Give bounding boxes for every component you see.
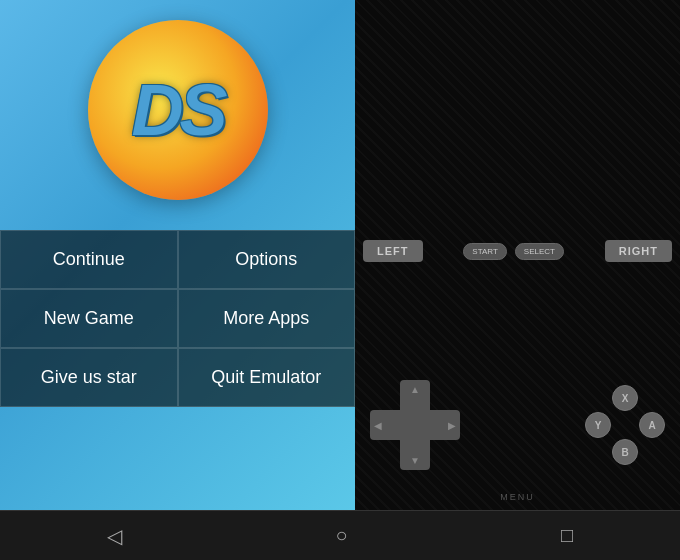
dpad-right-icon: ▶	[448, 420, 456, 431]
menu-label: MENU	[500, 492, 535, 502]
dpad[interactable]: ▲ ▼ ◀ ▶	[370, 380, 460, 470]
select-button[interactable]: SELECT	[515, 243, 564, 260]
face-buttons: X Y A B	[585, 385, 665, 465]
right-shoulder-button[interactable]: RIGHT	[605, 240, 672, 262]
x-button[interactable]: X	[612, 385, 638, 411]
give-star-button[interactable]: Give us star	[0, 348, 178, 407]
dpad-left-icon: ◀	[374, 420, 382, 431]
home-button[interactable]: ○	[335, 524, 347, 547]
new-game-button[interactable]: New Game	[0, 289, 178, 348]
options-button[interactable]: Options	[178, 230, 356, 289]
y-button[interactable]: Y	[585, 412, 611, 438]
logo-text: DS	[131, 69, 223, 151]
right-panel: LEFT START SELECT RIGHT ▲ ▼ ◀ ▶	[355, 0, 680, 510]
menu-grid: Continue Options New Game More Apps Give…	[0, 230, 355, 407]
controller-area: ▲ ▼ ◀ ▶ X Y A B	[355, 380, 680, 470]
left-panel: DS Continue Options New Game More Apps G…	[0, 0, 355, 510]
left-shoulder-button[interactable]: LEFT	[363, 240, 423, 262]
b-button[interactable]: B	[612, 439, 638, 465]
a-button[interactable]: A	[639, 412, 665, 438]
dpad-up-icon: ▲	[410, 384, 420, 395]
dpad-down-icon: ▼	[410, 455, 420, 466]
more-apps-button[interactable]: More Apps	[178, 289, 356, 348]
logo-circle: DS	[88, 20, 268, 200]
continue-button[interactable]: Continue	[0, 230, 178, 289]
bottom-nav: ◁ ○ □	[0, 510, 680, 560]
start-button[interactable]: START	[463, 243, 506, 260]
recent-button[interactable]: □	[561, 524, 573, 547]
back-button[interactable]: ◁	[107, 524, 122, 548]
quit-button[interactable]: Quit Emulator	[178, 348, 356, 407]
